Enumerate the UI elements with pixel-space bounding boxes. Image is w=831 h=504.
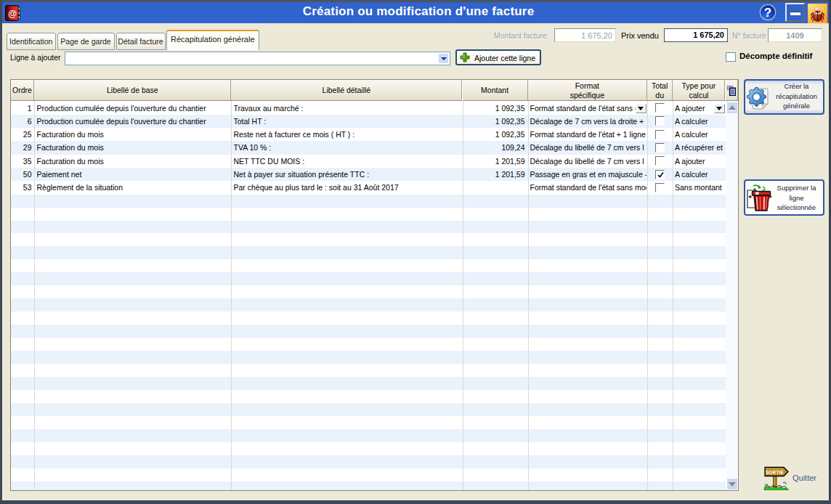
- svg-text:SORTIE: SORTIE: [766, 470, 784, 475]
- svg-text:@: @: [8, 8, 17, 18]
- svg-text:?: ?: [764, 6, 771, 20]
